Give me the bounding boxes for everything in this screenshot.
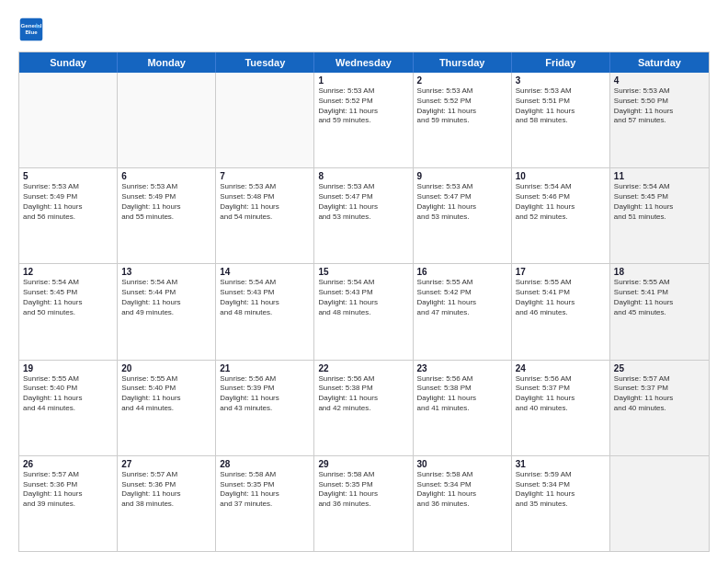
calendar-cell: 8Sunrise: 5:53 AM Sunset: 5:47 PM Daylig… bbox=[314, 168, 413, 263]
calendar-week: 12Sunrise: 5:54 AM Sunset: 5:45 PM Dayli… bbox=[19, 264, 709, 360]
calendar-cell: 18Sunrise: 5:55 AM Sunset: 5:41 PM Dayli… bbox=[610, 264, 709, 359]
day-number: 28 bbox=[220, 459, 310, 469]
cell-info: Sunrise: 5:55 AM Sunset: 5:40 PM Dayligh… bbox=[23, 374, 113, 414]
logo: General Blue bbox=[18, 17, 48, 42]
cell-info: Sunrise: 5:55 AM Sunset: 5:41 PM Dayligh… bbox=[516, 278, 606, 317]
calendar-cell: 30Sunrise: 5:58 AM Sunset: 5:34 PM Dayli… bbox=[414, 456, 512, 551]
cell-info: Sunrise: 5:58 AM Sunset: 5:35 PM Dayligh… bbox=[220, 470, 310, 510]
cell-info: Sunrise: 5:53 AM Sunset: 5:52 PM Dayligh… bbox=[318, 86, 408, 126]
header: General Blue bbox=[18, 17, 710, 42]
page: General Blue SundayMondayTuesdayWednesda… bbox=[0, 0, 728, 563]
day-number: 9 bbox=[417, 171, 507, 181]
day-number: 1 bbox=[318, 75, 408, 86]
calendar-cell bbox=[216, 73, 314, 167]
calendar-cell: 17Sunrise: 5:55 AM Sunset: 5:41 PM Dayli… bbox=[512, 264, 610, 359]
calendar-cell: 20Sunrise: 5:55 AM Sunset: 5:40 PM Dayli… bbox=[118, 361, 216, 455]
calendar-header-cell: Wednesday bbox=[314, 52, 413, 73]
day-number: 19 bbox=[23, 363, 113, 373]
day-number: 7 bbox=[220, 171, 310, 181]
day-number: 20 bbox=[121, 363, 211, 373]
calendar-cell: 14Sunrise: 5:54 AM Sunset: 5:43 PM Dayli… bbox=[216, 264, 314, 359]
calendar-cell: 16Sunrise: 5:55 AM Sunset: 5:42 PM Dayli… bbox=[414, 264, 512, 359]
day-number: 10 bbox=[516, 171, 606, 181]
calendar-cell: 28Sunrise: 5:58 AM Sunset: 5:35 PM Dayli… bbox=[216, 456, 314, 551]
day-number: 29 bbox=[318, 459, 408, 469]
calendar-header-cell: Friday bbox=[512, 52, 610, 73]
day-number: 6 bbox=[121, 171, 211, 181]
calendar-cell: 24Sunrise: 5:56 AM Sunset: 5:37 PM Dayli… bbox=[512, 361, 610, 455]
cell-info: Sunrise: 5:53 AM Sunset: 5:47 PM Dayligh… bbox=[417, 182, 507, 222]
calendar-cell bbox=[118, 73, 216, 167]
calendar-header-cell: Sunday bbox=[19, 52, 118, 73]
calendar-cell: 3Sunrise: 5:53 AM Sunset: 5:51 PM Daylig… bbox=[512, 73, 610, 167]
cell-info: Sunrise: 5:54 AM Sunset: 5:46 PM Dayligh… bbox=[516, 182, 606, 222]
calendar-cell: 13Sunrise: 5:54 AM Sunset: 5:44 PM Dayli… bbox=[118, 264, 216, 359]
calendar-cell: 21Sunrise: 5:56 AM Sunset: 5:39 PM Dayli… bbox=[216, 361, 314, 455]
day-number: 17 bbox=[516, 267, 606, 277]
cell-info: Sunrise: 5:56 AM Sunset: 5:38 PM Dayligh… bbox=[417, 374, 507, 414]
calendar-cell: 9Sunrise: 5:53 AM Sunset: 5:47 PM Daylig… bbox=[414, 168, 512, 263]
calendar-header-cell: Tuesday bbox=[216, 52, 314, 73]
cell-info: Sunrise: 5:54 AM Sunset: 5:44 PM Dayligh… bbox=[121, 278, 211, 317]
cell-info: Sunrise: 5:58 AM Sunset: 5:34 PM Dayligh… bbox=[417, 470, 507, 510]
calendar-cell: 12Sunrise: 5:54 AM Sunset: 5:45 PM Dayli… bbox=[19, 264, 118, 359]
day-number: 21 bbox=[220, 363, 310, 373]
day-number: 27 bbox=[121, 459, 211, 469]
cell-info: Sunrise: 5:53 AM Sunset: 5:52 PM Dayligh… bbox=[417, 86, 507, 126]
calendar-week: 26Sunrise: 5:57 AM Sunset: 5:36 PM Dayli… bbox=[19, 456, 709, 551]
cell-info: Sunrise: 5:53 AM Sunset: 5:47 PM Dayligh… bbox=[318, 182, 408, 222]
cell-info: Sunrise: 5:56 AM Sunset: 5:39 PM Dayligh… bbox=[220, 374, 310, 414]
day-number: 4 bbox=[614, 75, 705, 86]
calendar-cell: 7Sunrise: 5:53 AM Sunset: 5:48 PM Daylig… bbox=[216, 168, 314, 263]
day-number: 15 bbox=[318, 267, 408, 277]
day-number: 16 bbox=[417, 267, 507, 277]
calendar-cell: 22Sunrise: 5:56 AM Sunset: 5:38 PM Dayli… bbox=[314, 361, 413, 455]
calendar-week: 5Sunrise: 5:53 AM Sunset: 5:49 PM Daylig… bbox=[19, 168, 709, 264]
day-number: 23 bbox=[417, 363, 507, 373]
day-number: 22 bbox=[318, 363, 408, 373]
day-number: 13 bbox=[121, 267, 211, 277]
logo-icon: General Blue bbox=[18, 17, 44, 42]
calendar-cell bbox=[610, 456, 709, 551]
calendar: SundayMondayTuesdayWednesdayThursdayFrid… bbox=[18, 52, 710, 552]
calendar-week: 19Sunrise: 5:55 AM Sunset: 5:40 PM Dayli… bbox=[19, 361, 709, 456]
day-number: 24 bbox=[516, 363, 606, 373]
cell-info: Sunrise: 5:54 AM Sunset: 5:43 PM Dayligh… bbox=[318, 278, 408, 317]
cell-info: Sunrise: 5:55 AM Sunset: 5:42 PM Dayligh… bbox=[417, 278, 507, 317]
day-number: 18 bbox=[614, 267, 705, 277]
calendar-cell: 11Sunrise: 5:54 AM Sunset: 5:45 PM Dayli… bbox=[610, 168, 709, 263]
calendar-cell: 29Sunrise: 5:58 AM Sunset: 5:35 PM Dayli… bbox=[314, 456, 413, 551]
calendar-header-cell: Saturday bbox=[610, 52, 709, 73]
day-number: 3 bbox=[516, 75, 606, 86]
calendar-week: 1Sunrise: 5:53 AM Sunset: 5:52 PM Daylig… bbox=[19, 73, 709, 168]
calendar-cell: 4Sunrise: 5:53 AM Sunset: 5:50 PM Daylig… bbox=[610, 73, 709, 167]
day-number: 31 bbox=[516, 459, 606, 469]
cell-info: Sunrise: 5:57 AM Sunset: 5:37 PM Dayligh… bbox=[614, 374, 705, 414]
calendar-cell: 10Sunrise: 5:54 AM Sunset: 5:46 PM Dayli… bbox=[512, 168, 610, 263]
calendar-cell: 25Sunrise: 5:57 AM Sunset: 5:37 PM Dayli… bbox=[610, 361, 709, 455]
cell-info: Sunrise: 5:53 AM Sunset: 5:50 PM Dayligh… bbox=[614, 86, 705, 126]
calendar-cell: 27Sunrise: 5:57 AM Sunset: 5:36 PM Dayli… bbox=[118, 456, 216, 551]
day-number: 25 bbox=[614, 363, 705, 373]
calendar-cell bbox=[19, 73, 118, 167]
day-number: 11 bbox=[614, 171, 705, 181]
cell-info: Sunrise: 5:53 AM Sunset: 5:51 PM Dayligh… bbox=[516, 86, 606, 126]
calendar-header-cell: Monday bbox=[118, 52, 216, 73]
calendar-cell: 1Sunrise: 5:53 AM Sunset: 5:52 PM Daylig… bbox=[314, 73, 413, 167]
cell-info: Sunrise: 5:54 AM Sunset: 5:45 PM Dayligh… bbox=[614, 182, 705, 222]
cell-info: Sunrise: 5:54 AM Sunset: 5:43 PM Dayligh… bbox=[220, 278, 310, 317]
day-number: 12 bbox=[23, 267, 113, 277]
day-number: 5 bbox=[23, 171, 113, 181]
cell-info: Sunrise: 5:56 AM Sunset: 5:38 PM Dayligh… bbox=[318, 374, 408, 414]
cell-info: Sunrise: 5:56 AM Sunset: 5:37 PM Dayligh… bbox=[516, 374, 606, 414]
cell-info: Sunrise: 5:53 AM Sunset: 5:49 PM Dayligh… bbox=[23, 182, 113, 222]
cell-info: Sunrise: 5:53 AM Sunset: 5:49 PM Dayligh… bbox=[121, 182, 211, 222]
cell-info: Sunrise: 5:57 AM Sunset: 5:36 PM Dayligh… bbox=[23, 470, 113, 510]
day-number: 30 bbox=[417, 459, 507, 469]
calendar-cell: 6Sunrise: 5:53 AM Sunset: 5:49 PM Daylig… bbox=[118, 168, 216, 263]
cell-info: Sunrise: 5:54 AM Sunset: 5:45 PM Dayligh… bbox=[23, 278, 113, 317]
day-number: 26 bbox=[23, 459, 113, 469]
calendar-header-cell: Thursday bbox=[414, 52, 512, 73]
calendar-cell: 23Sunrise: 5:56 AM Sunset: 5:38 PM Dayli… bbox=[414, 361, 512, 455]
calendar-cell: 15Sunrise: 5:54 AM Sunset: 5:43 PM Dayli… bbox=[314, 264, 413, 359]
